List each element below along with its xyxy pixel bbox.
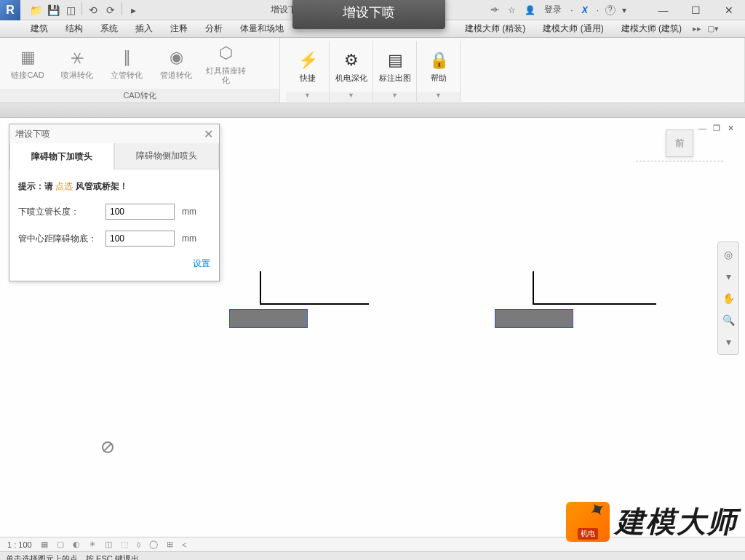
tab-side-obstacle[interactable]: 障碍物侧加喷头: [114, 143, 219, 169]
user-icon[interactable]: 👤: [522, 5, 538, 15]
help-button[interactable]: 🔒 帮助: [417, 41, 461, 92]
tab-under-obstacle[interactable]: 障碍物下加喷头: [9, 143, 114, 169]
annotate-icon: ▤: [383, 49, 407, 72]
hint-text: 提示：请 点选 风管或桥架！: [18, 180, 210, 193]
tab-annotate[interactable]: 注释: [162, 20, 196, 37]
qat-save-icon[interactable]: 💾: [45, 2, 61, 18]
vc-icon[interactable]: ◫: [105, 540, 112, 549]
window-controls: — ☐ ✕: [647, 0, 745, 20]
mep-deepen-button[interactable]: ⚙ 机电深化: [330, 41, 373, 92]
pipe-horizontal[interactable]: [260, 303, 369, 305]
forbidden-cursor-icon: [102, 441, 113, 453]
qat-sync-icon[interactable]: ◫: [63, 2, 79, 18]
tab-modelmaster-fine[interactable]: 建模大师 (精装): [456, 20, 534, 37]
help-dropdown-icon[interactable]: ▾: [620, 5, 629, 15]
pipe-horizontal[interactable]: [533, 303, 656, 305]
tab-architecture[interactable]: 建筑: [22, 20, 57, 37]
vc-icon[interactable]: ▢: [57, 540, 64, 549]
quick-button[interactable]: ⚡ 快捷: [286, 41, 330, 92]
vc-icon[interactable]: ⊞: [167, 540, 173, 549]
duct-element[interactable]: [495, 309, 573, 328]
tab-analyze[interactable]: 分析: [196, 20, 231, 37]
nav-dropdown-icon[interactable]: ▾: [720, 268, 736, 284]
annotate-export-button[interactable]: ▤ 标注出图: [373, 41, 417, 92]
settings-link[interactable]: 设置: [193, 258, 210, 268]
steering-wheel-icon[interactable]: ◎: [720, 247, 736, 263]
center-distance-label: 管中心距障碍物底：: [18, 233, 98, 245]
duct-element[interactable]: [229, 309, 308, 328]
zoom-icon[interactable]: 🔍: [720, 312, 736, 328]
link-cad-icon: ▦: [16, 46, 39, 69]
sprinkler-icon: ⚹: [65, 46, 89, 69]
status-message: 单击选择图元上的点。按 ESC 键退出。: [6, 553, 147, 560]
exchange-icon[interactable]: X: [580, 5, 590, 15]
tab-massing[interactable]: 体量和场地: [231, 20, 292, 37]
minimize-button[interactable]: —: [647, 0, 680, 20]
app-icon[interactable]: R: [0, 0, 20, 20]
ribbon-tabs: 建筑 结构 系统 插入 注释 分析 体量和场地 增设下喷 建模大师 (精装) 建…: [0, 20, 745, 38]
dropdown-icon[interactable]: ▼: [286, 92, 329, 102]
star-icon[interactable]: ☆: [506, 5, 518, 15]
pipe-vertical[interactable]: [260, 271, 261, 304]
qat-undo-icon[interactable]: ⟲: [85, 2, 101, 18]
scale-display[interactable]: 1 : 100: [7, 540, 32, 549]
label: 机电深化: [335, 73, 367, 83]
unit-label: mm: [182, 207, 196, 217]
vc-icon[interactable]: <: [182, 540, 186, 549]
center-distance-input[interactable]: [105, 231, 175, 247]
status-bar: 单击选择图元上的点。按 ESC 键退出。: [0, 551, 745, 560]
vc-icon[interactable]: ▦: [41, 540, 48, 549]
drawing-canvas[interactable]: — ❐ ✕ 增设下喷 ✕ 障碍物下加喷头 障碍物侧加喷头 提示：请 点选 风管或…: [0, 118, 745, 537]
hint-highlight: 点选: [55, 181, 73, 191]
dropdown-icon[interactable]: ▼: [417, 92, 460, 102]
qat-open-icon[interactable]: 📁: [28, 2, 44, 18]
dialog-close-button[interactable]: ✕: [204, 127, 213, 141]
vc-icon[interactable]: ◐: [73, 540, 80, 549]
tab-modelmaster-general[interactable]: 建模大师 (通用): [534, 20, 612, 37]
ribbon-min-icon[interactable]: ▢▾: [706, 23, 720, 36]
label: 标注出图: [379, 73, 411, 83]
vc-icon[interactable]: ◯: [149, 540, 158, 549]
lock-icon: 🔒: [427, 49, 450, 72]
pan-icon[interactable]: ✋: [720, 290, 736, 306]
dialog-titlebar[interactable]: 增设下喷 ✕: [9, 124, 219, 143]
watermark-icon: ✦ 机电: [566, 502, 610, 542]
dropdown-icon[interactable]: ▼: [373, 92, 416, 102]
link-cad-button[interactable]: ▦ 链接CAD: [6, 41, 49, 86]
ribbon-expand-icon[interactable]: ▸▸: [690, 23, 704, 36]
qat-separator: [81, 2, 82, 15]
login-link[interactable]: 登录: [542, 4, 564, 16]
dropdown-icon[interactable]: ▼: [330, 92, 372, 102]
cube-base: [636, 157, 723, 161]
fixture-icon: ⬡: [214, 41, 237, 65]
tab-insert[interactable]: 插入: [127, 20, 162, 37]
riser-convert-button[interactable]: ∥ 立管转化: [105, 41, 148, 86]
pipe-convert-button[interactable]: ◉ 管道转化: [154, 41, 198, 86]
qat-play-icon[interactable]: ▸: [125, 2, 141, 18]
nav-dropdown-icon[interactable]: ▾: [720, 334, 736, 350]
pipe-vertical[interactable]: [533, 271, 534, 304]
vc-icon[interactable]: ◊: [137, 540, 140, 549]
fixture-convert-button[interactable]: ⬡ 灯具插座转化: [204, 41, 247, 86]
tab-modelmaster-arch[interactable]: 建模大师 (建筑): [613, 20, 690, 37]
navigation-bar: ◎ ▾ ✋ 🔍 ▾: [717, 241, 739, 355]
view-cube[interactable]: 前: [629, 125, 730, 161]
add-sprinkler-dialog: 增设下喷 ✕ 障碍物下加喷头 障碍物侧加喷头 提示：请 点选 风管或桥架！ 下喷…: [9, 124, 220, 281]
tab-structure[interactable]: 结构: [57, 20, 92, 37]
close-button[interactable]: ✕: [712, 0, 745, 20]
cube-front-face[interactable]: 前: [666, 129, 693, 157]
mep-icon: ⚙: [340, 49, 363, 72]
quick-icon: ⚡: [296, 49, 319, 72]
vc-icon[interactable]: ⬚: [121, 540, 128, 549]
sprinkler-convert-button[interactable]: ⚹ 喷淋转化: [55, 41, 99, 86]
riser-length-input[interactable]: [105, 204, 175, 220]
star-h-icon[interactable]: ⬲: [488, 5, 501, 15]
help-icon[interactable]: ?: [605, 5, 615, 15]
maximize-button[interactable]: ☐: [680, 0, 712, 20]
tab-systems[interactable]: 系统: [92, 20, 127, 37]
label: 快捷: [300, 73, 316, 83]
label: 链接CAD: [11, 71, 44, 80]
label: 帮助: [431, 73, 447, 83]
qat-redo-icon[interactable]: ⟳: [103, 2, 119, 18]
vc-icon[interactable]: ☀: [89, 540, 96, 549]
